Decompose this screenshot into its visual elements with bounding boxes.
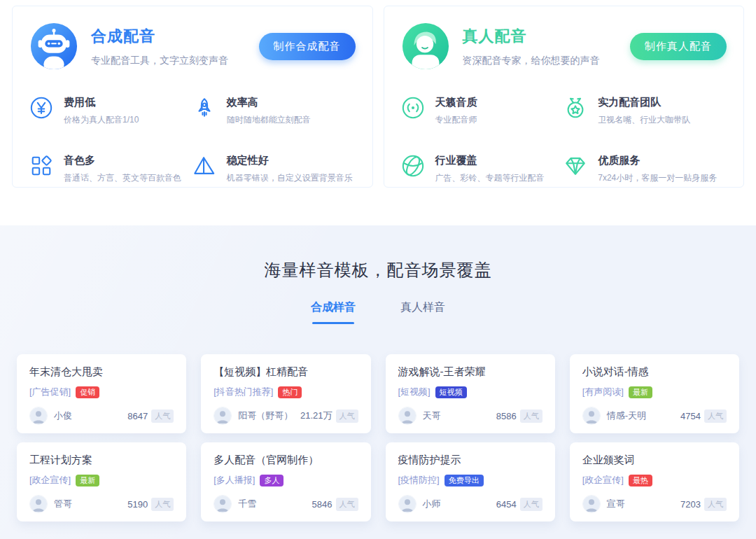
human-title: 真人配音: [463, 26, 631, 47]
sample-title: 【短视频】杠精配音: [214, 365, 358, 379]
stability-icon: [192, 154, 218, 179]
popularity-label: 人气: [151, 410, 174, 423]
feature-title: 音色多: [64, 154, 181, 167]
popularity-count: 4754: [680, 411, 701, 421]
feature-title: 实力配音团队: [598, 96, 690, 109]
feature-desc: 随时随地都能立刻配音: [227, 114, 311, 126]
sample-title: 小说对话-情感: [582, 365, 727, 379]
voice-name: 小俊: [54, 410, 72, 422]
feature-title: 行业覆盖: [435, 154, 545, 167]
sample-card-grid: 年末清仓大甩卖 [广告促销] 促销 小俊 8647 人气 【短视频】杠精配音 […: [17, 354, 739, 522]
popularity-count: 8586: [496, 411, 517, 421]
popularity-label: 人气: [336, 410, 358, 423]
sample-category: [抖音热门推荐]: [214, 386, 273, 398]
sample-badge: 最新: [629, 386, 652, 398]
make-synthetic-dubbing-button[interactable]: 制作合成配音: [259, 33, 356, 60]
sample-badge: 多人: [260, 475, 284, 486]
voices-grid-icon: [29, 154, 55, 179]
sample-category: [广告促销]: [29, 386, 71, 398]
voice-name: 管哥: [54, 498, 72, 510]
sample-badge: 热门: [278, 386, 302, 398]
sample-badge: 短视频: [435, 386, 467, 398]
tab-synthetic-samples[interactable]: 合成样音: [311, 300, 356, 324]
feature-desc: 广告、彩铃、专题等行业配音: [435, 172, 545, 184]
popularity-label: 人气: [151, 498, 174, 511]
popularity-count: 5846: [312, 499, 332, 510]
globe-icon: [401, 154, 426, 179]
voice-name: 宣哥: [607, 498, 625, 510]
voice-avatar: [214, 495, 232, 513]
sample-card[interactable]: 【短视频】杠精配音 [抖音热门推荐] 热门 阳哥（野哥） 21.21万 人气: [201, 354, 370, 433]
sample-card[interactable]: 多人配音（官网制作） [多人播报] 多人 千雪 5846 人气: [201, 442, 370, 522]
sample-card[interactable]: 企业颁奖词 [政企宣传] 最热 宣哥 7203 人气: [570, 442, 739, 522]
popularity-count: 5190: [127, 499, 148, 510]
samples-section: 海量样音模板，配音场景覆盖 合成样音 真人样音 年末清仓大甩卖 [广告促销] 促…: [0, 225, 756, 539]
popularity-count: 7203: [680, 499, 701, 510]
sample-category: [政企宣传]: [582, 474, 624, 486]
voice-avatar: [29, 495, 48, 513]
synthetic-title: 合成配音: [91, 26, 259, 47]
rocket-icon: [192, 96, 218, 121]
voice-avatar: [582, 407, 601, 425]
sample-badge: 最新: [76, 475, 99, 486]
tab-human-samples[interactable]: 真人样音: [400, 300, 445, 324]
voice-avatar: [582, 495, 601, 513]
sound-quality-icon: [401, 96, 426, 121]
popularity-label: 人气: [336, 498, 358, 511]
sample-card[interactable]: 年末清仓大甩卖 [广告促销] 促销 小俊 8647 人气: [17, 354, 186, 433]
human-features: 天籁音质 专业配音师 实力配音团队 卫视名嘴、行业大咖带队: [401, 96, 727, 184]
person-icon: [401, 22, 450, 71]
feature-title: 效率高: [227, 96, 311, 109]
voice-avatar: [398, 407, 416, 425]
synthetic-features: 费用低 价格为真人配音1/10 效率高 随时随地都能立刻配音: [29, 96, 356, 184]
samples-heading: 海量样音模板，配音场景覆盖: [0, 259, 756, 281]
sample-title: 疫情防护提示: [398, 454, 542, 467]
sample-card[interactable]: 工程计划方案 [政企宣传] 最新 管哥 5190 人气: [17, 442, 186, 522]
medal-icon: [564, 96, 589, 121]
feature-high-efficiency: 效率高 随时随地都能立刻配音: [192, 96, 356, 126]
sample-category: [多人播报]: [214, 474, 255, 486]
voice-name: 情感-天明: [607, 410, 646, 422]
diamond-icon: [564, 154, 589, 179]
synthetic-dubbing-card: 合成配音 专业配音工具，文字立刻变声音 制作合成配音 费用低 价格为真人配音1/…: [12, 6, 373, 188]
popularity-label: 人气: [704, 498, 727, 511]
voice-name: 天哥: [423, 410, 441, 422]
popularity-count: 8647: [127, 411, 148, 421]
hero-section: 合成配音 专业配音工具，文字立刻变声音 制作合成配音 费用低 价格为真人配音1/…: [0, 0, 756, 188]
sample-category: [疫情防控]: [398, 474, 440, 486]
sample-card[interactable]: 疫情防护提示 [疫情防控] 免费导出 小师 6454 人气: [386, 442, 555, 522]
sample-card[interactable]: 小说对话-情感 [有声阅读] 最新 情感-天明 4754 人气: [570, 354, 739, 433]
popularity-label: 人气: [520, 498, 542, 511]
synthetic-subtitle: 专业配音工具，文字立刻变声音: [91, 55, 259, 67]
feature-many-voices: 音色多 普通话、方言、英文等百款音色: [29, 154, 192, 184]
feature-title: 天籁音质: [435, 96, 477, 109]
human-subtitle: 资深配音专家，给你想要的声音: [463, 55, 631, 67]
feature-desc: 卫视名嘴、行业大咖带队: [598, 114, 690, 126]
voice-avatar: [214, 407, 232, 425]
sample-badge: 最热: [629, 475, 652, 486]
sample-card[interactable]: 游戏解说-王者荣耀 [短视频] 短视频 天哥 8586 人气: [386, 354, 555, 433]
make-human-dubbing-button[interactable]: 制作真人配音: [630, 33, 727, 60]
sample-category: [政企宣传]: [29, 474, 71, 486]
sample-title: 企业颁奖词: [582, 454, 727, 467]
sample-title: 工程计划方案: [29, 454, 174, 467]
voice-name: 阳哥（野哥）: [238, 410, 293, 422]
feature-desc: 机器零错误，自定义设置背景音乐: [227, 172, 353, 184]
voice-avatar: [29, 407, 48, 425]
sample-badge: 促销: [76, 386, 99, 398]
feature-sound-quality: 天籁音质 专业配音师: [401, 96, 564, 126]
feature-title: 优质服务: [598, 154, 717, 167]
popularity-label: 人气: [704, 410, 727, 423]
feature-title: 费用低: [64, 96, 139, 109]
feature-title: 稳定性好: [227, 154, 353, 167]
human-card-header: 真人配音 资深配音专家，给你想要的声音 制作真人配音: [401, 22, 727, 71]
feature-desc: 价格为真人配音1/10: [64, 114, 139, 126]
voice-name: 小师: [423, 498, 441, 510]
sample-category: [有声阅读]: [582, 386, 624, 398]
synthetic-card-header: 合成配音 专业配音工具，文字立刻变声音 制作合成配音: [29, 22, 356, 71]
popularity-count: 21.21万: [300, 410, 332, 422]
popularity-label: 人气: [520, 410, 542, 423]
feature-desc: 专业配音师: [435, 114, 477, 126]
sample-title: 多人配音（官网制作）: [214, 454, 358, 467]
robot-icon: [29, 22, 78, 71]
